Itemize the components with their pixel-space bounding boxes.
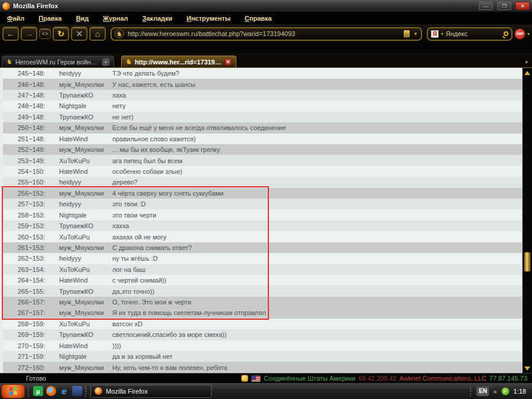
- tab-favicon-icon: ♞: [126, 58, 132, 66]
- windows-taskbar: µ e Mozilla Firefox EN « ✓ 1:18: [0, 383, 532, 399]
- scroll-up-icon[interactable]: [523, 68, 532, 77]
- chat-row: 271~159: Nightgale да и за корявый нет: [3, 351, 522, 362]
- chat-row-user: heidyyy: [59, 179, 112, 186]
- forward-icon[interactable]: →: [21, 27, 37, 41]
- status-smiley-icon[interactable]: [241, 375, 248, 382]
- utorrent-icon[interactable]: µ: [33, 386, 43, 396]
- geo-isp: Awknet Communications, LLC: [400, 375, 486, 382]
- url-dropdown-icon[interactable]: ▼: [413, 31, 418, 37]
- chat-row: 272~160: муж_Мяуколки Ну, хоть чем-то я …: [3, 362, 522, 372]
- url-bar[interactable]: ♞ http://www.heroeswm.ru/battlechat.php?…: [111, 27, 422, 41]
- search-input[interactable]: Яндекс: [446, 30, 501, 37]
- quicklaunch-grip[interactable]: [28, 386, 30, 397]
- search-bar[interactable]: Я ▾ Яндекс: [427, 27, 512, 41]
- chat-row-time: 272~160:: [3, 364, 59, 371]
- chat-row: 263~154: XuToKuPu лог на баш: [3, 264, 522, 275]
- search-engine-dropdown-icon[interactable]: ▾: [441, 31, 443, 37]
- stop-icon[interactable]: ✕: [71, 27, 87, 41]
- us-flag-icon[interactable]: [251, 375, 261, 382]
- start-button[interactable]: [1, 384, 25, 398]
- chat-row-time: 266~157:: [3, 299, 59, 306]
- yandex-logo-icon[interactable]: Я: [431, 30, 439, 38]
- scrollbar-track[interactable]: [523, 77, 532, 364]
- tray-expand-icon[interactable]: «: [493, 388, 497, 395]
- firefox-task-button[interactable]: Mozilla Firefox: [90, 385, 212, 398]
- menu-help[interactable]: Справка: [245, 15, 272, 22]
- scrollbar-thumb[interactable]: [524, 252, 531, 272]
- chat-row-message: Если бы ещё у меня не всегда отваливалос…: [112, 124, 522, 131]
- chat-row-user: муж_Мяуколки: [59, 244, 112, 251]
- chat-row-time: 260~153:: [3, 233, 59, 241]
- chat-row-message: )))): [112, 342, 522, 349]
- app-quicklaunch-icon[interactable]: [72, 386, 82, 396]
- chat-row: 249~148: ТрупаежКО не нет): [3, 112, 522, 122]
- chat-row-message: У нас, кажется, есть шансы: [112, 81, 522, 88]
- bookmark-icon[interactable]: [404, 30, 410, 37]
- menu-tools[interactable]: Инструменты: [187, 15, 231, 22]
- menu-bar: Файл Правка Вид Журнал Закладки Инструме…: [0, 12, 532, 25]
- back-icon[interactable]: ←: [2, 27, 19, 41]
- tray-grip[interactable]: [470, 386, 472, 397]
- status-bar: Готово Соединённые Штаты Америки 69.42.2…: [0, 373, 532, 383]
- chat-row-user: муж_Мяуколки: [59, 309, 112, 316]
- chat-row-user: XuToKuPu: [59, 320, 112, 327]
- home-icon[interactable]: ⌂: [89, 27, 106, 41]
- chat-row-time: 258~153:: [3, 212, 59, 219]
- chat-row-message: не нет): [112, 113, 522, 121]
- adblock-dropdown-icon[interactable]: ▾: [527, 31, 530, 37]
- chat-row-user: ТрупаежКО: [59, 288, 112, 295]
- chat-row-user: heidyyy: [59, 70, 112, 77]
- list-all-tabs-icon[interactable]: ▾: [525, 59, 530, 67]
- chat-row-time: 265~155:: [3, 288, 59, 295]
- close-button[interactable]: ✕: [515, 2, 530, 10]
- chat-row: 250~148: муж_Мяуколки Если бы ещё у меня…: [3, 122, 522, 133]
- windows-flag-icon: [9, 387, 17, 395]
- minimize-button[interactable]: —: [479, 2, 493, 10]
- status-text: Готово: [26, 375, 46, 382]
- chat-row-message: С дракона снимать ответ?: [112, 244, 522, 251]
- chat-row-user: муж_Мяуколки: [59, 81, 112, 88]
- taskband-grip[interactable]: [85, 386, 87, 397]
- firefox-icon: [95, 387, 102, 395]
- chat-row: 246~148: муж_Мяуколки У нас, кажется, ес…: [3, 79, 522, 89]
- flagfox-status: Соединённые Штаты Америки 69.42.209.42 A…: [241, 375, 527, 382]
- url-input[interactable]: http://www.heroeswm.ru/battlechat.php?wa…: [128, 30, 400, 37]
- firefox-quicklaunch-icon[interactable]: [46, 386, 56, 396]
- tab-close-icon[interactable]: ×: [225, 59, 232, 66]
- chat-row-user: HateWind: [59, 135, 112, 142]
- restore-button[interactable]: ❐: [497, 2, 511, 10]
- chat-row-user: XuToKuPu: [59, 157, 112, 164]
- chat-row-message: хаха: [112, 92, 522, 99]
- chat-row-time: 251~148:: [3, 135, 59, 142]
- chat-row-time: 255~150:: [3, 179, 59, 186]
- menu-file[interactable]: Файл: [7, 15, 24, 22]
- language-indicator[interactable]: EN: [476, 387, 489, 396]
- internet-explorer-icon[interactable]: e: [59, 386, 69, 396]
- menu-edit[interactable]: Правка: [38, 15, 61, 22]
- chat-row-user: муж_Мяуколки: [59, 364, 112, 371]
- tab-heroeswm-main[interactable]: ♞ HeroesWM.ru Герои войны и денег ... ×: [2, 56, 114, 67]
- chat-row: 265~155: ТрупаежКО да,это точно)): [3, 286, 522, 296]
- chat-row-time: 246~148:: [3, 81, 59, 88]
- tab-battlechat-active[interactable]: ♞ http://www.her...rid=173194093 ×: [121, 56, 236, 67]
- navigation-toolbar: ← → <> ↻ ✕ ⌂ ♞ http://www.heroeswm.ru/ba…: [0, 25, 532, 43]
- chat-row: 260~153: XuToKuPu ахахах ой не могу: [3, 231, 522, 242]
- recent-pages-icon[interactable]: <>: [39, 28, 51, 39]
- search-icon[interactable]: [504, 31, 508, 36]
- menu-view[interactable]: Вид: [76, 15, 89, 22]
- vertical-scrollbar[interactable]: [522, 68, 532, 373]
- chat-row: 253~149: XuToKuPu ага пипец был бы всем: [3, 155, 522, 166]
- scroll-down-icon[interactable]: [523, 364, 532, 373]
- chat-row-user: муж_Мяуколки: [59, 299, 112, 306]
- chat-row-user: муж_Мяуколки: [59, 124, 112, 131]
- chat-row: 251~148: HateWind правильное слово кажет…: [3, 134, 522, 144]
- chat-row-time: 267~157:: [3, 309, 59, 316]
- antivirus-tray-icon[interactable]: ✓: [501, 387, 510, 395]
- menu-history[interactable]: Журнал: [103, 15, 128, 22]
- menu-bookmarks[interactable]: Закладки: [142, 15, 173, 22]
- chat-row-user: муж_Мяуколки: [59, 146, 112, 153]
- reload-icon[interactable]: ↻: [53, 27, 69, 41]
- tab-close-icon[interactable]: ×: [102, 59, 109, 66]
- adblock-plus-icon[interactable]: ABP: [514, 28, 525, 40]
- chat-row: 269~159: ТрупаежКО светлосиний,спасибо з…: [3, 329, 522, 340]
